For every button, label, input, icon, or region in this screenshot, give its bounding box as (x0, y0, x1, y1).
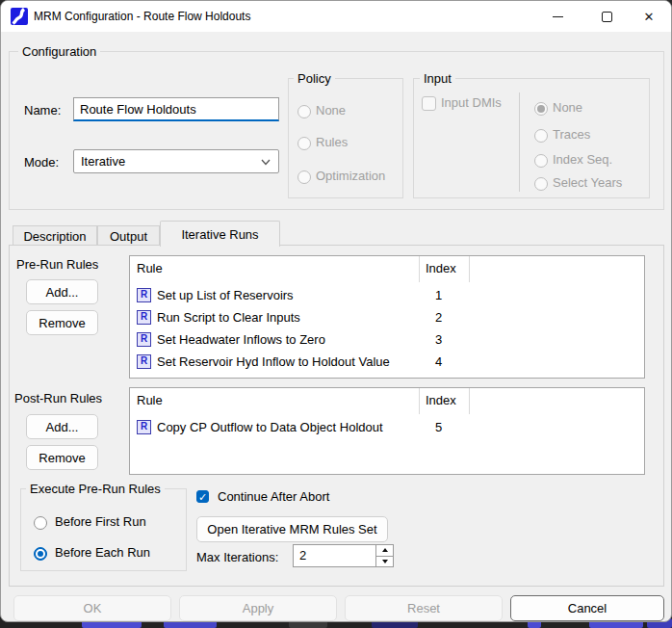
input-radio-none-label: None (553, 100, 582, 115)
post-run-rule-row[interactable]: R Copy CP Outflow to Data Object Holdout… (130, 416, 644, 438)
rule-index: 5 (420, 420, 470, 434)
open-iterative-mrm-rules-set-label: Open Iterative MRM Rules Set (207, 522, 376, 536)
chevron-down-icon (261, 159, 271, 166)
rule-icon: R (137, 354, 151, 369)
input-radio-traces-label: Traces (553, 127, 590, 142)
tab-output[interactable]: Output (97, 225, 160, 246)
arrow-up-icon (382, 548, 388, 552)
pre-run-remove-button[interactable]: Remove (26, 310, 98, 335)
before-each-run-label: Before Each Run (55, 545, 150, 560)
mode-label: Mode: (24, 155, 59, 170)
input-group-label: Input (420, 71, 455, 86)
rule-index: 4 (420, 354, 470, 369)
arrow-down-icon (382, 560, 388, 563)
post-run-rules-label: Post-Run Rules (14, 391, 102, 406)
rule-index: 2 (420, 310, 470, 325)
column-header-rule[interactable]: Rule (130, 256, 420, 282)
policy-group-label: Policy (294, 71, 335, 86)
close-icon: ✕ (644, 11, 655, 23)
configuration-group-label: Configuration (18, 44, 100, 59)
pre-run-rules-table: Rule Index R Set up List of Reservoirs 1… (129, 255, 645, 379)
maximize-icon (602, 12, 612, 22)
cancel-button[interactable]: Cancel (510, 595, 664, 621)
mrm-configuration-window: MRM Configuration - Route Flow Holdouts … (0, 0, 672, 628)
input-dmis-checkbox[interactable] (422, 96, 436, 111)
execute-pre-run-group-label: Execute Pre-Run Rules (26, 482, 165, 496)
tab-description-label: Description (23, 229, 86, 244)
window-title: MRM Configuration - Route Flow Holdouts (34, 10, 250, 23)
mode-dropdown[interactable]: Iterative (73, 149, 279, 173)
post-run-table-header: Rule Index (130, 388, 644, 414)
input-radio-traces[interactable] (534, 129, 548, 143)
reset-button[interactable]: Reset (345, 595, 503, 621)
rule-name: Set up List of Reservoirs (157, 288, 294, 302)
input-dmis-checkbox-label: Input DMIs (441, 95, 502, 110)
input-radio-index-seq[interactable] (534, 154, 548, 168)
column-header-rule[interactable]: Rule (130, 388, 420, 414)
pre-run-add-button-label: Add... (46, 285, 79, 300)
policy-radio-optimization-label: Optimization (316, 169, 385, 183)
close-button[interactable]: ✕ (628, 1, 670, 32)
spinner-down-button[interactable] (376, 557, 393, 567)
pre-run-rule-row[interactable]: R Set Reservoir Hyd Inflow to Holdout Va… (130, 351, 644, 373)
pre-run-rule-row[interactable]: R Set up List of Reservoirs 1 (130, 284, 644, 306)
pre-run-remove-button-label: Remove (39, 316, 85, 330)
policy-radio-none[interactable] (297, 105, 311, 118)
before-first-run-radio[interactable] (34, 516, 47, 530)
continue-after-abort-checkbox[interactable]: ✓ (196, 490, 209, 503)
policy-radio-optimization[interactable] (297, 170, 311, 184)
pre-run-rules-label: Pre-Run Rules (16, 257, 98, 272)
rule-name: Copy CP Outflow to Data Object Holdout (157, 420, 383, 434)
policy-radio-rules[interactable] (297, 137, 311, 150)
reset-button-label: Reset (407, 601, 440, 615)
ok-button[interactable]: OK (13, 595, 171, 621)
before-first-run-label: Before First Run (55, 514, 146, 529)
rule-icon: R (137, 288, 151, 302)
name-input[interactable] (73, 97, 279, 121)
name-label: Name: (24, 103, 61, 118)
input-radio-index-seq-label: Index Seq. (553, 152, 612, 167)
pre-run-rule-row[interactable]: R Set Headwater Inflows to Zero 3 (130, 328, 644, 351)
minimize-button[interactable] (536, 1, 579, 32)
tab-iterative-runs[interactable]: Iterative Runs (160, 221, 280, 247)
column-header-index[interactable]: Index (420, 256, 470, 282)
input-radio-select-years[interactable] (534, 177, 548, 191)
post-run-add-button-label: Add... (46, 420, 79, 434)
tab-output-label: Output (110, 229, 147, 244)
tab-iterative-runs-label: Iterative Runs (181, 227, 258, 242)
dialog: MRM Configuration - Route Flow Holdouts … (0, 0, 672, 622)
max-iterations-spinner[interactable]: 2 (293, 544, 394, 567)
execute-pre-run-group: Execute Pre-Run Rules Before First Run B… (20, 488, 187, 571)
rule-icon: R (137, 310, 151, 325)
ok-button-label: OK (84, 601, 102, 615)
title-bar[interactable]: MRM Configuration - Route Flow Holdouts … (1, 1, 671, 32)
max-iterations-value[interactable]: 2 (294, 545, 375, 566)
column-header-index[interactable]: Index (420, 388, 470, 414)
policy-group: Policy None Rules Optimization (288, 78, 403, 198)
apply-button-label: Apply (243, 601, 274, 615)
open-iterative-mrm-rules-set-button[interactable]: Open Iterative MRM Rules Set (196, 516, 388, 542)
maximize-button[interactable] (585, 1, 628, 32)
tab-description[interactable]: Description (13, 225, 97, 246)
max-iterations-label: Max Iterations: (196, 550, 278, 564)
before-each-run-radio[interactable] (34, 547, 47, 561)
rule-icon: R (137, 420, 151, 434)
spinner-up-button[interactable] (376, 545, 393, 557)
pre-run-table-header: Rule Index (130, 256, 644, 282)
rule-index: 1 (420, 288, 470, 302)
post-run-rules-table: Rule Index R Copy CP Outflow to Data Obj… (129, 387, 645, 475)
check-icon: ✓ (198, 491, 207, 503)
input-group-divider (519, 92, 520, 192)
apply-button[interactable]: Apply (179, 595, 337, 621)
spinner-controls (375, 545, 393, 566)
post-run-add-button[interactable]: Add... (26, 414, 98, 439)
pre-run-rule-row[interactable]: R Run Script to Clear Inputs 2 (130, 306, 644, 328)
policy-radio-rules-label: Rules (316, 135, 348, 149)
cancel-button-label: Cancel (568, 601, 607, 615)
pre-run-add-button[interactable]: Add... (26, 279, 98, 304)
rule-name: Run Script to Clear Inputs (157, 310, 300, 325)
post-run-remove-button[interactable]: Remove (26, 445, 98, 470)
rule-name: Set Headwater Inflows to Zero (157, 332, 325, 347)
app-icon (11, 8, 28, 25)
input-radio-none[interactable] (534, 102, 548, 116)
